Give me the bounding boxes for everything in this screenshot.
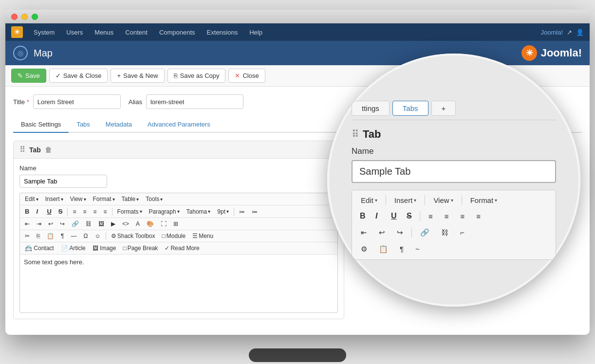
italic-button[interactable]: I (33, 207, 43, 216)
close-button[interactable] (11, 14, 18, 20)
magnify-anchor[interactable]: ⌐ (455, 225, 469, 239)
magnify-edit-menu[interactable]: Edit ▾ (356, 193, 382, 207)
magnify-redo[interactable]: ↪ (392, 225, 408, 240)
magnify-toolbox[interactable]: ⚙ (356, 242, 372, 256)
magnify-name-input[interactable] (352, 160, 556, 183)
bg-color-button[interactable]: 🎨 (144, 219, 157, 228)
align-justify-button[interactable]: ≡ (101, 207, 110, 216)
list-button[interactable]: ≔ (236, 207, 248, 216)
color-button[interactable]: A (133, 219, 143, 228)
align-right-button[interactable]: ≡ (90, 207, 99, 216)
underline-button[interactable]: U (44, 207, 54, 216)
magnify-link[interactable]: 🔗 (415, 225, 434, 240)
save-button[interactable]: ✎ Save (11, 69, 46, 83)
nav-extensions[interactable]: Extensions (202, 27, 243, 38)
magnify-paragraph[interactable]: ¶ (395, 242, 409, 256)
tab-advanced[interactable]: Advanced Parameters (140, 117, 218, 133)
align-center-button[interactable]: ≡ (80, 207, 89, 216)
maximize-button[interactable] (32, 14, 38, 20)
name-input[interactable] (19, 175, 107, 188)
emoji-button[interactable]: ☺ (92, 232, 103, 240)
table-insert-button[interactable]: ⊞ (170, 219, 181, 228)
module-button[interactable]: □ Module (159, 232, 189, 240)
indent-in-button[interactable]: ⇥ (34, 219, 44, 228)
image-button[interactable]: 🖼 (95, 219, 107, 228)
copy-btn[interactable]: ⎘ (34, 232, 43, 240)
insert-menu[interactable]: Insert ▾ (42, 195, 66, 203)
user-icon[interactable]: 👤 (576, 29, 584, 36)
magnify-italic-button[interactable]: I (372, 209, 385, 223)
redo-button[interactable]: ↪ (57, 219, 68, 228)
code-button[interactable]: <> (119, 219, 132, 228)
magnify-align-center[interactable]: ≡ (440, 209, 454, 223)
magnify-align-right[interactable]: ≡ (456, 209, 470, 223)
magnify-insert-menu[interactable]: Insert ▾ (390, 193, 422, 207)
table-menu[interactable]: Table ▾ (119, 195, 142, 203)
magnify-format-menu[interactable]: Format ▾ (465, 193, 502, 207)
magnify-align-justify[interactable]: ≡ (471, 209, 485, 223)
magnify-tab-settings[interactable]: ttings (352, 101, 390, 116)
article-button[interactable]: 📄 Article (58, 244, 89, 253)
magnify-undo[interactable]: ↩ (374, 225, 390, 240)
save-new-button[interactable]: + Save & New (111, 69, 164, 83)
nav-system[interactable]: System (29, 27, 59, 38)
magnify-paste[interactable]: 📋 (374, 242, 393, 256)
image-insert-button[interactable]: 🖼 Image (90, 244, 119, 253)
cut-button[interactable]: ✂ (22, 232, 33, 240)
magnify-view-menu[interactable]: View ▾ (428, 193, 458, 207)
shack-toolbox-button[interactable]: ⚙ Shack Toolbox (108, 232, 158, 240)
align-left-button[interactable]: ≡ (70, 207, 79, 216)
indent-out-button[interactable]: ⇤ (22, 219, 33, 228)
read-more-button[interactable]: ✓ Read More (162, 244, 202, 253)
nav-content[interactable]: Content (120, 27, 152, 38)
editor-body[interactable]: Some text goes here. (19, 255, 338, 313)
menu-button[interactable]: ☰ Menu (189, 232, 216, 240)
nav-menus[interactable]: Menus (90, 27, 118, 38)
nav-users[interactable]: Users (61, 27, 88, 38)
tab-tabs[interactable]: Tabs (69, 117, 97, 133)
paragraph-mark-button[interactable]: ¶ (58, 232, 67, 240)
page-break-button[interactable]: □ Page Break (120, 244, 161, 253)
strikethrough-button[interactable]: S (56, 207, 66, 216)
magnify-drag-icon[interactable]: ⠿ (352, 128, 359, 140)
magnify-indent-out[interactable]: ⇤ (356, 225, 372, 240)
drag-handle-icon[interactable]: ⠿ (19, 145, 25, 154)
magnify-align-left[interactable]: ≡ (424, 209, 438, 223)
paste-button[interactable]: 📋 (44, 232, 57, 240)
formats-dropdown[interactable]: Formats ▾ (114, 207, 145, 216)
save-close-button[interactable]: ✓ Save & Close (49, 69, 108, 83)
undo-button[interactable]: ↩ (45, 219, 56, 228)
magnify-underline-button[interactable]: U (387, 209, 401, 223)
link-button[interactable]: 🔗 (69, 219, 82, 228)
edit-menu[interactable]: Edit ▾ (22, 195, 41, 203)
view-menu[interactable]: View ▾ (67, 195, 89, 203)
magnify-tilde[interactable]: ~ (410, 242, 425, 256)
tab-basic-settings[interactable]: Basic Settings (13, 117, 69, 133)
magnify-strike-button[interactable]: S (403, 209, 416, 223)
title-input[interactable] (33, 94, 121, 109)
media-button[interactable]: ▶ (108, 219, 118, 228)
ordered-list-button[interactable]: ≔ (249, 207, 260, 216)
magnify-tab-tabs[interactable]: Tabs (392, 101, 428, 116)
save-copy-button[interactable]: ⎘ Save as Copy (167, 69, 226, 83)
font-dropdown[interactable]: Tahoma ▾ (184, 207, 214, 216)
bold-button[interactable]: B (22, 207, 32, 216)
joomla-link[interactable]: Joomla! (540, 29, 563, 36)
format-menu[interactable]: Format ▾ (90, 195, 118, 203)
contact-button[interactable]: 📇 Contact (22, 244, 57, 253)
delete-icon[interactable]: 🗑 (45, 146, 52, 154)
tab-metadata[interactable]: Metadata (98, 117, 140, 133)
alias-input[interactable] (146, 94, 243, 109)
magnify-unlink[interactable]: ⛓ (436, 225, 453, 239)
paragraph-dropdown[interactable]: Paragraph ▾ (146, 207, 183, 216)
nav-help[interactable]: Help (244, 27, 267, 38)
minimize-button[interactable] (21, 14, 28, 20)
magnify-tab-extra[interactable]: + (431, 101, 456, 116)
magnify-bold-button[interactable]: B (356, 209, 370, 223)
close-button[interactable]: ✕ Close (228, 69, 265, 83)
hr-button[interactable]: — (68, 232, 79, 240)
unlink-button[interactable]: ⛓ (83, 219, 94, 228)
special-char-button[interactable]: Ω (80, 232, 91, 240)
tools-menu[interactable]: Tools ▾ (143, 195, 166, 203)
size-dropdown[interactable]: 9pt ▾ (214, 207, 232, 216)
